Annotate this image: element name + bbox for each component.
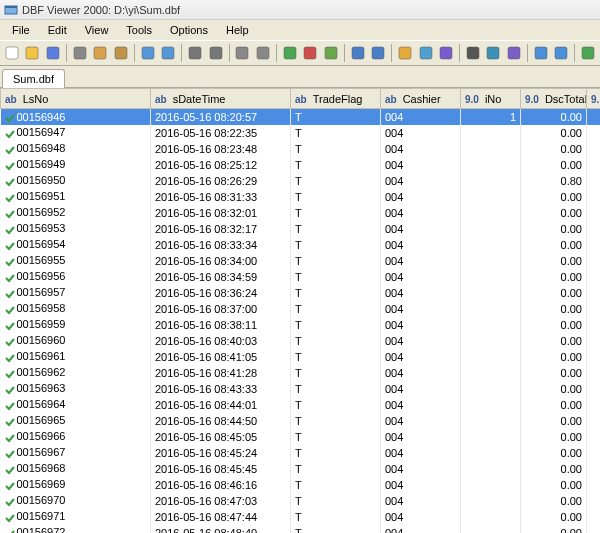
toolbar-separator (391, 44, 392, 62)
open-icon[interactable] (23, 43, 43, 63)
record-duplicate-icon[interactable] (321, 43, 341, 63)
table-row[interactable]: 001569622016-05-16 08:41:28T0040.00 (1, 365, 601, 381)
table-row[interactable]: 001569532016-05-16 08:32:17T0040.00 (1, 221, 601, 237)
cell-lsno: 00156962 (17, 366, 66, 378)
print-preview-icon[interactable] (206, 43, 226, 63)
table-row[interactable]: 001569522016-05-16 08:32:01T0040.00 (1, 205, 601, 221)
table-row[interactable]: 001569512016-05-16 08:31:33T0040.00 (1, 189, 601, 205)
stats-icon[interactable] (484, 43, 504, 63)
table-row[interactable]: 001569612016-05-16 08:41:05T0040.00 (1, 349, 601, 365)
svg-rect-12 (236, 47, 248, 59)
export-icon[interactable] (578, 43, 598, 63)
find-icon[interactable] (233, 43, 253, 63)
cell-ino (461, 429, 521, 445)
table-row[interactable]: 001569472016-05-16 08:22:35T0040.00 (1, 125, 601, 141)
table-row[interactable]: 001569462016-05-16 08:20:57T00410.00 (1, 109, 601, 125)
menu-help[interactable]: Help (218, 22, 257, 38)
valid-check-icon (5, 254, 15, 266)
cell-extra (587, 157, 601, 173)
menu-file[interactable]: File (4, 22, 38, 38)
cut-icon[interactable] (70, 43, 90, 63)
new-icon[interactable] (2, 43, 22, 63)
table-row[interactable]: 001569672016-05-16 08:45:24T0040.00 (1, 445, 601, 461)
cell-cashier: 004 (381, 253, 461, 269)
cell-lsno: 00156948 (17, 142, 66, 154)
cell-lsno: 00156956 (17, 270, 66, 282)
cell-datetime: 2016-05-16 08:38:11 (151, 317, 291, 333)
cell-datetime: 2016-05-16 08:25:12 (151, 157, 291, 173)
col-extra[interactable]: 9. (587, 89, 601, 109)
structure-icon[interactable] (436, 43, 456, 63)
data-grid[interactable]: abLsNo absDateTime abTradeFlag abCashier… (0, 88, 600, 533)
table-row[interactable]: 001569552016-05-16 08:34:00T0040.00 (1, 253, 601, 269)
table-row[interactable]: 001569582016-05-16 08:37:00T0040.00 (1, 301, 601, 317)
table-row[interactable]: 001569562016-05-16 08:34:59T0040.00 (1, 269, 601, 285)
cell-tradeflag: T (291, 269, 381, 285)
col-tradeflag[interactable]: abTradeFlag (291, 89, 381, 109)
cell-tradeflag: T (291, 397, 381, 413)
svg-rect-3 (26, 47, 38, 59)
undo-icon[interactable] (138, 43, 158, 63)
cell-dsctotal: 0.00 (521, 381, 587, 397)
cell-extra (587, 381, 601, 397)
col-sdatetime[interactable]: absDateTime (151, 89, 291, 109)
table-row[interactable]: 001569662016-05-16 08:45:05T0040.00 (1, 429, 601, 445)
menu-view[interactable]: View (77, 22, 117, 38)
valid-check-icon (5, 238, 15, 250)
cell-ino: 1 (461, 109, 521, 125)
col-ino[interactable]: 9.0iNo (461, 89, 521, 109)
find-next-icon[interactable] (253, 43, 273, 63)
redo-icon[interactable] (159, 43, 179, 63)
valid-check-icon (5, 302, 15, 314)
tab-sumdbf[interactable]: Sum.dbf (2, 69, 65, 88)
table-row[interactable]: 001569592016-05-16 08:38:11T0040.00 (1, 317, 601, 333)
table-row[interactable]: 001569602016-05-16 08:40:03T0040.00 (1, 333, 601, 349)
table-row[interactable]: 001569632016-05-16 08:43:33T0040.00 (1, 381, 601, 397)
table-row[interactable]: 001569682016-05-16 08:45:45T0040.00 (1, 461, 601, 477)
table-row[interactable]: 001569652016-05-16 08:44:50T0040.00 (1, 413, 601, 429)
table-row[interactable]: 001569482016-05-16 08:23:48T0040.00 (1, 141, 601, 157)
menu-options[interactable]: Options (162, 22, 216, 38)
col-dsctotal[interactable]: 9.0DscTotal (521, 89, 587, 109)
svg-rect-15 (304, 47, 316, 59)
cell-dsctotal: 0.00 (521, 525, 587, 534)
save-icon[interactable] (43, 43, 63, 63)
paste-icon[interactable] (111, 43, 131, 63)
col-lsno[interactable]: abLsNo (1, 89, 151, 109)
cell-dsctotal: 0.00 (521, 221, 587, 237)
help-icon[interactable] (552, 43, 572, 63)
cell-extra (587, 477, 601, 493)
sum-icon[interactable] (463, 43, 483, 63)
cell-cashier: 004 (381, 493, 461, 509)
table-row[interactable]: 001569692016-05-16 08:46:16T0040.00 (1, 477, 601, 493)
cell-dsctotal: 0.00 (521, 109, 587, 125)
table-row[interactable]: 001569492016-05-16 08:25:12T0040.00 (1, 157, 601, 173)
table-row[interactable]: 001569502016-05-16 08:26:29T0040.80 (1, 173, 601, 189)
filter-icon[interactable] (416, 43, 436, 63)
sort-desc-icon[interactable] (368, 43, 388, 63)
sort-asc-icon[interactable] (348, 43, 368, 63)
menu-tools[interactable]: Tools (118, 22, 160, 38)
table-row[interactable]: 001569702016-05-16 08:47:03T0040.00 (1, 493, 601, 509)
copy-icon[interactable] (91, 43, 111, 63)
print-icon[interactable] (185, 43, 205, 63)
goto-icon[interactable] (395, 43, 415, 63)
table-row[interactable]: 001569572016-05-16 08:36:24T0040.00 (1, 285, 601, 301)
info-icon[interactable] (531, 43, 551, 63)
menu-edit[interactable]: Edit (40, 22, 75, 38)
cell-ino (461, 301, 521, 317)
cell-ino (461, 333, 521, 349)
cell-ino (461, 525, 521, 534)
replace-icon[interactable] (504, 43, 524, 63)
record-add-icon[interactable] (280, 43, 300, 63)
cell-lsno: 00156972 (17, 526, 66, 533)
table-row[interactable]: 001569722016-05-16 08:48:40T0040.00 (1, 525, 601, 534)
cell-extra (587, 461, 601, 477)
cell-datetime: 2016-05-16 08:37:00 (151, 301, 291, 317)
table-row[interactable]: 001569542016-05-16 08:33:34T0040.00 (1, 237, 601, 253)
record-delete-icon[interactable] (300, 43, 320, 63)
col-cashier[interactable]: abCashier (381, 89, 461, 109)
table-row[interactable]: 001569712016-05-16 08:47:44T0040.00 (1, 509, 601, 525)
cell-datetime: 2016-05-16 08:43:33 (151, 381, 291, 397)
table-row[interactable]: 001569642016-05-16 08:44:01T0040.00 (1, 397, 601, 413)
